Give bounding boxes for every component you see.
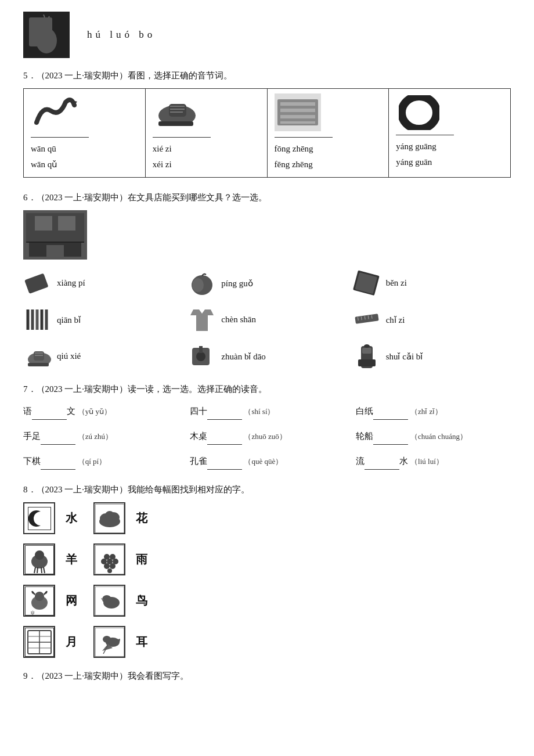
q7-blank-6[interactable] — [373, 427, 408, 445]
q5-option-3b[interactable]: fēng zhēng — [275, 157, 382, 172]
q5-cell-1: wān qū wān qǔ — [24, 89, 146, 178]
q7-item-1: 语 文 （yǔ yǔ） — [23, 402, 178, 420]
svg-rect-39 — [355, 314, 378, 323]
q8-rows: 水 花 羊 雨 ψ 网 鸟 — [23, 502, 511, 658]
q5-option-3a[interactable]: fōng zhēng — [275, 141, 382, 157]
q5-option-1b[interactable]: wān qǔ — [31, 157, 138, 172]
svg-rect-54 — [362, 348, 371, 354]
q7-blank-2[interactable] — [207, 402, 242, 420]
q5-image-comb — [275, 93, 321, 131]
q6-img-apple — [187, 270, 217, 296]
q8-row-3: ψ 网 鸟 — [23, 585, 511, 617]
q7-options-4[interactable]: （zú zhú） — [78, 432, 113, 441]
svg-line-4 — [46, 16, 49, 22]
q8-icon-bird — [93, 585, 125, 617]
q7-options-6[interactable]: （chuán chuáng） — [410, 432, 467, 441]
q7-item-8: 孔雀 （què qüè） — [190, 452, 345, 470]
q7-title: 7．（2023 一上·瑞安期中）读一读，选一选。选择正确的读音。 — [23, 382, 511, 396]
q7-suffix-1: 文 — [67, 406, 75, 416]
q8-icon-dove — [93, 626, 125, 658]
q6-img-shoes — [23, 343, 52, 369]
q6-img-eraser — [23, 270, 52, 296]
q6-label-shoes: qiú xié — [57, 351, 81, 361]
q7-grid: 语 文 （yǔ yǔ） 四十 （shí sí） 白纸 （zhǐ zǐ） 手足 （… — [23, 402, 511, 470]
q7-blank-9[interactable] — [365, 452, 399, 470]
q5-image-shoe — [153, 93, 199, 131]
svg-point-55 — [364, 344, 370, 348]
q7-suffix-9: 水 — [399, 456, 408, 466]
q7-options-3[interactable]: （zhǐ zǐ） — [410, 407, 442, 416]
svg-rect-47 — [28, 363, 49, 366]
q8-icon-ram: ψ — [23, 585, 55, 617]
svg-point-30 — [192, 278, 204, 292]
q7-blank-1[interactable] — [32, 402, 67, 420]
q6-label-sharpener: zhuàn bǐ dāo — [221, 351, 265, 362]
q5-image-snake — [31, 93, 77, 131]
q7-options-7[interactable]: （qí pí） — [78, 457, 106, 466]
q6-item-shoes: qiú xié — [23, 343, 182, 369]
q6-item-apple: píng guǒ — [187, 270, 346, 296]
q7-blank-3[interactable] — [373, 402, 408, 420]
q5-option-1a[interactable]: wān qū — [31, 141, 138, 157]
q7-options-8[interactable]: （què qüè） — [244, 457, 283, 466]
q7-options-2[interactable]: （shí sí） — [244, 407, 275, 416]
q6-item-book: běn zi — [352, 270, 511, 296]
question-6: 6．（2023 一上·瑞安期中）在文具店能买到哪些文具？选一选。 xiàng p… — [23, 190, 511, 369]
q5-blank-1[interactable] — [31, 137, 89, 138]
q8-char-bird: 鸟 — [136, 593, 147, 609]
q7-blank-7[interactable] — [41, 452, 75, 470]
q7-prefix-9: 流 — [356, 456, 365, 466]
svg-line-67 — [37, 567, 38, 573]
q8-row-1: 水 花 — [23, 502, 511, 534]
q6-item-ruler: chǐ zi — [352, 307, 511, 333]
question-9: 9．（2023 一上·瑞安期中）我会看图写字。 — [23, 671, 511, 682]
q8-icon-cloud — [93, 502, 125, 534]
q6-label-shirt: chèn shān — [221, 315, 256, 325]
q7-blank-8[interactable] — [207, 452, 242, 470]
q7-item-3: 白纸 （zhǐ zǐ） — [356, 402, 511, 420]
q7-item-4: 手足 （zú zhú） — [23, 427, 178, 445]
q5-cell-4: yáng guāng yáng guān — [389, 89, 511, 178]
q6-title: 6．（2023 一上·瑞安期中）在文具店能买到哪些文具？选一选。 — [23, 190, 511, 204]
svg-rect-28 — [24, 273, 48, 294]
svg-point-77 — [110, 563, 116, 569]
q6-img-ruler — [352, 307, 381, 333]
q5-blank-3[interactable] — [275, 137, 333, 138]
q6-item-watercolor: shuǐ cǎi bǐ — [352, 343, 511, 369]
q5-option-4a[interactable]: yáng guāng — [396, 139, 503, 154]
q6-item-eraser: xiàng pí — [23, 270, 182, 296]
svg-point-85 — [102, 595, 111, 603]
q6-label-ruler: chǐ zi — [386, 315, 405, 325]
q5-option-2a[interactable]: xié zi — [153, 141, 260, 157]
q7-prefix-5: 木桌 — [190, 431, 207, 441]
q7-blank-5[interactable] — [207, 427, 242, 445]
q7-prefix-7: 下棋 — [23, 456, 41, 466]
q6-item-pencils: qiān bǐ — [23, 307, 182, 333]
q5-blank-2[interactable] — [153, 137, 211, 138]
q5-title: 5．（2023 一上·瑞安期中）看图，选择正确的音节词。 — [23, 69, 511, 82]
q5-blank-4[interactable] — [396, 135, 454, 135]
q8-char-ear: 耳 — [136, 634, 147, 650]
q8-char-moon: 月 — [66, 634, 83, 650]
q7-options-9[interactable]: （liú luí） — [410, 457, 443, 466]
q8-icon-window — [23, 626, 55, 658]
question-7: 7．（2023 一上·瑞安期中）读一读，选一选。选择正确的读音。 语 文 （yǔ… — [23, 382, 511, 470]
q8-char-flower: 花 — [136, 510, 147, 526]
q6-img-sharpener — [187, 343, 217, 369]
svg-rect-24 — [35, 216, 52, 231]
q7-item-6: 轮船 （chuán chuáng） — [356, 427, 511, 445]
q7-blank-4[interactable] — [41, 427, 75, 445]
q7-options-5[interactable]: （zhuō zuō） — [244, 432, 286, 441]
q6-img-shirt — [187, 307, 217, 333]
svg-rect-26 — [46, 245, 64, 257]
q7-options-1[interactable]: （yǔ yǔ） — [78, 407, 111, 416]
q5-option-4b[interactable]: yáng guān — [396, 154, 503, 170]
top-pinyin: hú luó bo — [87, 29, 156, 41]
q5-option-2b[interactable]: xéi zi — [153, 157, 260, 172]
svg-rect-17 — [280, 109, 315, 112]
svg-point-78 — [107, 568, 112, 573]
svg-point-2 — [42, 22, 51, 34]
svg-rect-16 — [280, 102, 315, 106]
svg-point-62 — [105, 511, 114, 520]
q6-label-apple: píng guǒ — [221, 278, 252, 289]
